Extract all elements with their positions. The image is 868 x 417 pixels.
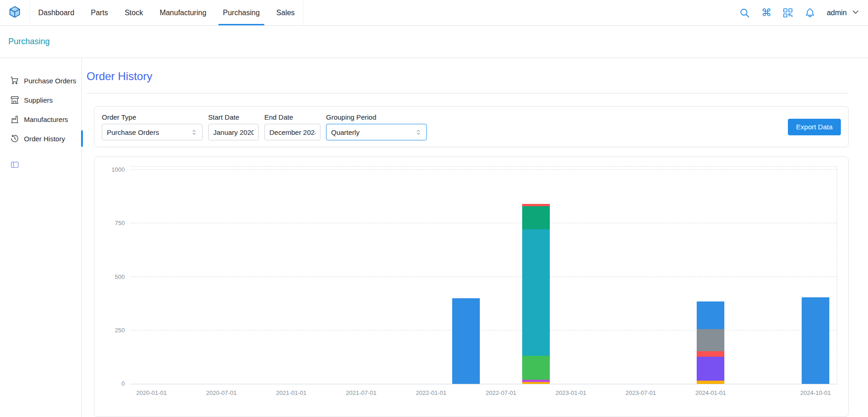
sidebar-item-order-history[interactable]: Order History (6, 129, 82, 148)
sidebar-item-suppliers[interactable]: Suppliers (6, 90, 82, 110)
bar-segment (522, 206, 550, 229)
order-type-field: Order Type Purchase Orders (102, 113, 203, 140)
shopping-cart-icon (10, 76, 19, 85)
tab-manufacturing[interactable]: Manufacturing (151, 0, 215, 25)
order-history-panel: Order History Order Type Purchase Orders… (82, 58, 868, 417)
y-axis-tick: 0 (122, 380, 125, 387)
inventree-logo-icon (8, 6, 21, 20)
tab-parts[interactable]: Parts (82, 0, 116, 25)
tab-purchasing[interactable]: Purchasing (215, 0, 268, 25)
x-axis-tick: 2023-07-01 (625, 389, 656, 396)
start-date-label: Start Date (208, 113, 259, 121)
sidebar-item-purchase-orders[interactable]: Purchase Orders (6, 71, 82, 90)
grouping-period-value: Quarterly (331, 128, 360, 136)
tab-dashboard[interactable]: Dashboard (30, 0, 82, 25)
start-date-field: Start Date (208, 113, 259, 140)
chevron-down-icon (851, 8, 860, 18)
sidebar-item-manufacturers[interactable]: Manufacturers (6, 110, 82, 129)
title-divider (87, 93, 849, 93)
x-axis-tick: 2020-07-01 (206, 389, 237, 396)
x-axis-tick: 2022-01-01 (416, 389, 447, 396)
qrcode-icon[interactable] (782, 7, 793, 18)
bar-segment (452, 298, 480, 384)
purchasing-sidebar: Purchase Orders Suppliers Manufacturers (0, 58, 82, 417)
grouping-period-field: Grouping Period Quarterly (326, 113, 427, 140)
bar-segment (697, 329, 724, 351)
x-axis-tick: 2020-01-01 (136, 389, 167, 396)
tab-sales[interactable]: Sales (268, 0, 303, 25)
filter-card: Order Type Purchase Orders Start Date (94, 106, 849, 147)
sidebar-item-label: Manufacturers (24, 116, 68, 123)
bell-icon[interactable] (804, 7, 816, 18)
gridline-750 (130, 223, 837, 223)
x-axis-tick: 2023-01-01 (555, 389, 586, 396)
breadcrumb-purchasing[interactable]: Purchasing (8, 37, 50, 46)
sidebar-item-label: Purchase Orders (24, 77, 76, 85)
bar-segment (697, 301, 724, 329)
sidebar-item-label: Order History (24, 135, 65, 143)
end-date-field: End Date (264, 113, 320, 140)
x-axis-tick: 2021-01-01 (276, 389, 307, 396)
search-icon[interactable] (739, 7, 750, 18)
bar-segment (697, 357, 724, 381)
grouping-period-select[interactable]: Quarterly (326, 124, 427, 140)
user-menu[interactable]: admin (827, 8, 860, 18)
y-axis-tick: 250 (115, 327, 125, 334)
stacked-bar-2024-10-01[interactable] (802, 297, 829, 384)
navbar-actions: ⌘ admin (739, 7, 860, 18)
breadcrumb: Purchasing (0, 26, 868, 58)
stacked-bar-2022-04-01[interactable] (452, 298, 480, 384)
x-axis-tick: 2021-07-01 (346, 389, 377, 396)
bar-segment (802, 297, 829, 384)
export-data-button[interactable]: Export Data (788, 119, 841, 135)
chart-plot: 025050075010002020-01-012020-07-012021-0… (130, 166, 837, 384)
end-date-input[interactable] (269, 128, 315, 136)
bar-segment (522, 356, 550, 380)
order-type-value: Purchase Orders (107, 128, 159, 136)
tab-stock[interactable]: Stock (117, 0, 151, 25)
order-type-label: Order Type (102, 113, 203, 121)
bar-segment (522, 382, 550, 384)
order-type-select[interactable]: Purchase Orders (102, 124, 203, 140)
x-axis-tick: 2022-07-01 (486, 389, 517, 396)
y-axis-tick: 1000 (111, 166, 125, 173)
gridline-500 (130, 277, 837, 277)
sidebar-item-label: Suppliers (24, 96, 53, 104)
chevron-selector-icon (415, 129, 422, 136)
y-axis-tick: 500 (115, 273, 125, 280)
x-axis-tick: 2024-01-01 (695, 389, 726, 396)
grouping-period-label: Grouping Period (326, 113, 427, 121)
bar-segment (697, 351, 724, 357)
chevron-selector-icon (191, 129, 198, 136)
stacked-bar-2022-10-01[interactable] (522, 204, 550, 384)
top-navbar: Dashboard Parts Stock Manufacturing Purc… (0, 0, 868, 26)
app-logo[interactable] (8, 6, 21, 20)
command-icon[interactable]: ⌘ (761, 8, 771, 18)
sidebar-collapse-icon[interactable] (10, 160, 19, 169)
username: admin (827, 9, 847, 17)
x-axis-tick: 2024-10-01 (800, 389, 831, 396)
order-history-chart-card: 025050075010002020-01-012020-07-012021-0… (94, 156, 849, 417)
main-nav-tabs: Dashboard Parts Stock Manufacturing Purc… (29, 0, 303, 25)
start-date-input[interactable] (213, 128, 254, 136)
gridline-1000 (130, 169, 837, 170)
page-title: Order History (87, 70, 849, 83)
building-factory-icon (10, 115, 19, 124)
building-store-icon (10, 95, 19, 104)
gridline-250 (130, 330, 837, 330)
bar-segment (697, 381, 724, 384)
stacked-bar-2024-01-01[interactable] (697, 301, 724, 384)
end-date-label: End Date (264, 113, 320, 121)
history-icon (10, 134, 19, 143)
y-axis-tick: 750 (115, 220, 125, 226)
bar-segment (522, 229, 550, 355)
